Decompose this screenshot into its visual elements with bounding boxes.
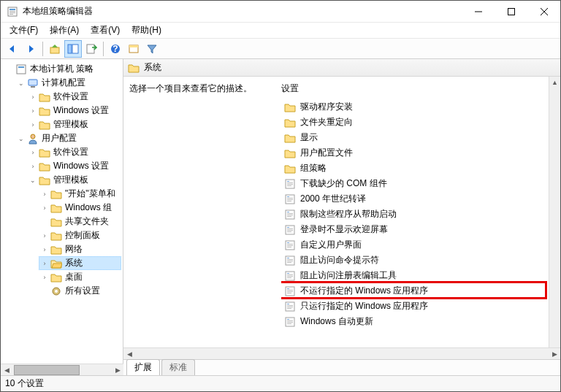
description-text: 选择一个项目来查看它的描述。 (129, 82, 275, 95)
forward-button[interactable] (22, 40, 39, 58)
column-header-settings[interactable]: 设置 (281, 82, 554, 95)
scroll-right-icon[interactable]: ▶ (112, 365, 123, 375)
expand-icon[interactable]: › (28, 162, 37, 171)
settings-item[interactable]: 阻止访问命令提示符 (281, 253, 554, 268)
settings-list[interactable]: 设置 驱动程序安装文件夹重定向显示用户配置文件组策略下载缺少的 COM 组件20… (281, 82, 554, 342)
settings-item[interactable]: 下载缺少的 COM 组件 (281, 176, 554, 191)
setting-label: 限制这些程序从帮助启动 (300, 208, 397, 220)
menu-file[interactable]: 文件(F) (4, 23, 44, 38)
scroll-right-icon[interactable]: ▶ (549, 349, 560, 359)
tree-user-software[interactable]: ›软件设置 (27, 145, 121, 159)
menu-action[interactable]: 操作(A) (44, 23, 85, 38)
tree-control-panel[interactable]: ›控制面板 (39, 228, 121, 242)
tree-desktop[interactable]: ›桌面 (39, 270, 121, 284)
export-button[interactable] (83, 40, 100, 58)
back-button[interactable] (4, 40, 21, 58)
policy-setting-icon (284, 178, 296, 190)
settings-item[interactable]: 阻止访问注册表编辑工具 (281, 268, 554, 283)
help-button[interactable]: ? (107, 40, 124, 58)
tree-comp-windows[interactable]: ›Windows 设置 (27, 104, 121, 118)
svg-rect-27 (287, 184, 293, 185)
settings-folder[interactable]: 用户配置文件 (281, 145, 554, 161)
tree-all-settings[interactable]: 所有设置 (39, 284, 121, 298)
scroll-up-icon[interactable]: ▲ (549, 77, 560, 88)
collapse-icon[interactable]: ⌄ (28, 176, 37, 185)
tree-user-config[interactable]: ⌄ 用户配置 (15, 131, 121, 145)
expand-icon[interactable]: › (40, 190, 49, 199)
settings-item[interactable]: 限制这些程序从帮助启动 (281, 207, 554, 222)
menu-bar: 文件(F) 操作(A) 查看(V) 帮助(H) (1, 23, 560, 39)
collapse-icon[interactable]: ⌄ (17, 134, 26, 143)
tree-shared-folders[interactable]: 共享文件夹 (39, 215, 121, 228)
tree-windows-components[interactable]: ›Windows 组 (39, 201, 121, 215)
tree-label: 控制面板 (65, 229, 100, 242)
tree-label: 管理模板 (53, 174, 88, 186)
svg-rect-4 (9, 14, 13, 15)
svg-rect-70 (287, 319, 289, 320)
settings-item[interactable]: 自定义用户界面 (281, 237, 554, 253)
tree-pane[interactable]: 本地计算机 策略 ⌄ 计算机配置 ›软件设置 (1, 59, 123, 375)
settings-item[interactable]: 登录时不显示欢迎屏幕 (281, 222, 554, 237)
tree-comp-admin[interactable]: ›管理模板 (27, 118, 121, 131)
svg-rect-32 (287, 199, 293, 200)
menu-help[interactable]: 帮助(H) (126, 23, 167, 38)
content-pane: 系统 选择一个项目来查看它的描述。 设置 驱动程序安装文件夹重定向显示用户配置文… (123, 59, 560, 375)
settings-folder[interactable]: 组策略 (281, 161, 554, 176)
expand-icon (40, 218, 49, 226)
svg-rect-18 (18, 66, 24, 68)
minimize-button[interactable] (462, 1, 495, 22)
show-tree-button[interactable] (64, 40, 82, 58)
scroll-left-icon[interactable]: ◀ (1, 365, 12, 375)
tree-start-menu[interactable]: ›"开始"菜单和 (39, 187, 121, 201)
settings-item[interactable]: 2000 年世纪转译 (281, 191, 554, 207)
scroll-thumb[interactable] (14, 365, 80, 375)
up-button[interactable] (46, 40, 64, 58)
tree-root[interactable]: 本地计算机 策略 (4, 62, 121, 76)
tabs-bar: 扩展 标准 (123, 359, 560, 375)
settings-item[interactable]: 只运行指定的 Windows 应用程序 (281, 299, 554, 314)
tree-hscroll[interactable]: ◀ ▶ (1, 364, 123, 375)
settings-item[interactable]: Windows 自动更新 (281, 314, 554, 329)
policy-setting-icon (284, 285, 296, 297)
scroll-left-icon[interactable]: ◀ (123, 349, 135, 359)
expand-icon[interactable]: › (40, 245, 49, 254)
filter-button[interactable] (143, 40, 161, 58)
window-title: 本地组策略编辑器 (23, 5, 462, 18)
setting-label: 文件夹重定向 (300, 116, 353, 128)
tree-label: 软件设置 (53, 91, 88, 103)
svg-point-23 (55, 290, 58, 293)
expand-icon[interactable]: › (40, 259, 49, 268)
options-button[interactable] (125, 40, 142, 58)
tree-system[interactable]: ›系统 (39, 256, 121, 270)
content-title: 系统 (144, 61, 161, 74)
tree-user-windows[interactable]: ›Windows 设置 (27, 159, 121, 173)
expand-icon[interactable]: › (28, 120, 37, 129)
user-icon (27, 133, 39, 145)
maximize-button[interactable] (495, 1, 527, 22)
tab-extended[interactable]: 扩展 (126, 359, 160, 375)
tree-user-admin[interactable]: ⌄管理模板 (27, 173, 121, 187)
tree-label: Windows 设置 (53, 104, 109, 117)
svg-rect-53 (287, 262, 291, 263)
svg-rect-37 (287, 215, 293, 215)
expand-icon[interactable]: › (28, 107, 37, 115)
tree-network[interactable]: ›网络 (39, 242, 121, 256)
close-button[interactable] (527, 1, 560, 22)
tab-standard[interactable]: 标准 (161, 359, 195, 375)
collapse-icon[interactable]: ⌄ (17, 79, 26, 88)
tree-computer-config[interactable]: ⌄ 计算机配置 (15, 76, 121, 90)
vertical-scrollbar[interactable]: ▲ (549, 77, 560, 347)
settings-folder[interactable]: 驱动程序安装 (281, 99, 554, 115)
expand-icon[interactable]: › (40, 273, 49, 282)
settings-item[interactable]: 不运行指定的 Windows 应用程序 (281, 283, 554, 299)
expand-icon[interactable]: › (28, 148, 37, 157)
settings-folder[interactable]: 显示 (281, 130, 554, 145)
expand-icon[interactable]: › (40, 204, 49, 212)
expand-icon[interactable]: › (40, 231, 49, 240)
content-hscroll[interactable]: ◀ ▶ (123, 347, 560, 359)
tree-comp-software[interactable]: ›软件设置 (27, 90, 121, 104)
settings-folder[interactable]: 文件夹重定向 (281, 115, 554, 130)
expand-icon[interactable]: › (28, 93, 37, 101)
policy-setting-icon (284, 301, 296, 312)
menu-view[interactable]: 查看(V) (85, 23, 126, 38)
